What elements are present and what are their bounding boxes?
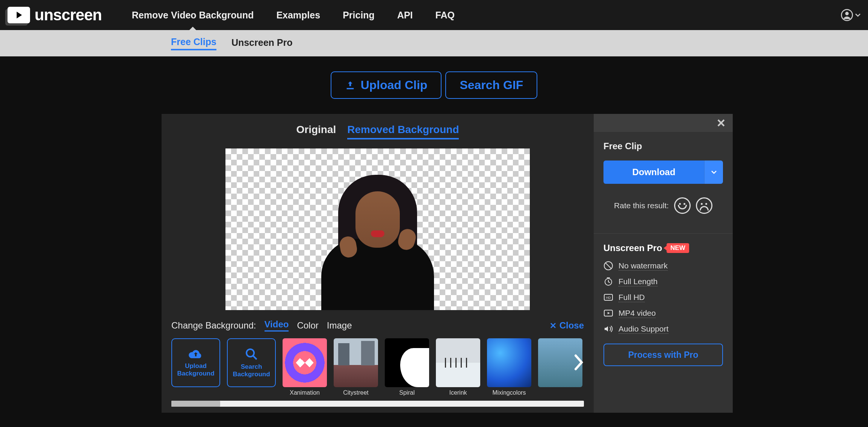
search-gif-button[interactable]: Search GIF <box>445 71 537 99</box>
logo-text: unscreen <box>35 6 102 24</box>
bg-tab-image[interactable]: Image <box>327 320 352 331</box>
nav-api[interactable]: API <box>397 10 413 21</box>
change-background-label: Change Background: <box>171 320 256 331</box>
caret-down-icon <box>855 13 860 17</box>
close-backgrounds[interactable]: Close <box>550 320 584 331</box>
primary-actions: Upload Clip Search GIF <box>0 56 868 114</box>
feature-label: Full HD <box>618 293 645 302</box>
bg-thumb-citystreet[interactable]: Citystreet <box>334 338 378 396</box>
search-gif-label: Search GIF <box>460 78 523 92</box>
thumbs-scrollbar[interactable] <box>171 401 584 407</box>
download-button[interactable]: Download <box>603 161 704 184</box>
person-cutout <box>314 167 442 310</box>
pro-section: Unscreen Pro NEW No watermark Full Lengt… <box>594 234 733 375</box>
feature-audio[interactable]: Audio Support <box>603 324 723 334</box>
logo-icon <box>8 7 30 23</box>
search-background-button[interactable]: Search Background <box>227 338 276 387</box>
subnav: Free Clips Unscreen Pro <box>0 30 868 56</box>
next-thumbs-button[interactable] <box>573 354 584 371</box>
thumb-image <box>487 338 531 387</box>
bg-thumb-xanimation[interactable]: Xanimation <box>283 338 327 396</box>
svg-point-1 <box>845 12 848 15</box>
thumb-label: Mixingcolors <box>493 389 526 396</box>
download-options-button[interactable] <box>704 161 723 184</box>
topbar: unscreen Remove Video Background Example… <box>0 0 868 30</box>
upload-clip-label: Upload Clip <box>361 78 428 92</box>
feature-full-length[interactable]: Full Length <box>603 277 723 286</box>
view-tabs: Original Removed Background <box>171 124 584 139</box>
search-bg-label: Search Background <box>228 363 275 379</box>
rate-sad-button[interactable] <box>696 197 712 214</box>
feature-mp4[interactable]: MP4 video <box>603 308 723 318</box>
thumb-label: Citystreet <box>343 389 369 396</box>
thumb-image <box>283 338 327 387</box>
scrollbar-thumb[interactable] <box>171 401 220 407</box>
bg-tab-color[interactable]: Color <box>297 320 318 331</box>
workspace: Original Removed Background Change Backg… <box>162 114 733 413</box>
bg-thumb-icerink[interactable]: Icerink <box>436 338 480 396</box>
feature-label: MP4 video <box>618 309 656 318</box>
main-panel: Original Removed Background Change Backg… <box>162 114 594 413</box>
nav-examples[interactable]: Examples <box>276 10 320 21</box>
upload-icon <box>345 80 355 91</box>
upload-background-button[interactable]: Upload Background <box>171 338 220 387</box>
upload-clip-button[interactable]: Upload Clip <box>331 71 442 99</box>
thumb-image <box>334 338 378 387</box>
subtab-unscreen-pro[interactable]: Unscreen Pro <box>231 37 293 50</box>
free-clip-title: Free Clip <box>603 141 723 151</box>
nav-faq[interactable]: FAQ <box>436 10 455 21</box>
audio-icon <box>603 324 613 334</box>
thumb-image <box>385 338 429 387</box>
process-with-pro-button[interactable]: Process with Pro <box>603 344 723 366</box>
feature-label: Full Length <box>618 277 658 286</box>
change-background-row: Change Background: Video Color Image Clo… <box>171 319 584 332</box>
svg-rect-2 <box>346 88 354 89</box>
nav-remove-video-background[interactable]: Remove Video Background <box>132 10 254 21</box>
rate-label: Rate this result: <box>614 201 669 210</box>
subtab-free-clips[interactable]: Free Clips <box>171 36 216 50</box>
rate-row: Rate this result: <box>603 197 723 214</box>
user-icon <box>841 9 853 21</box>
chevron-right-icon <box>573 354 584 371</box>
download-group: Download <box>603 161 723 184</box>
clock-icon <box>603 277 613 286</box>
tab-original[interactable]: Original <box>296 124 336 139</box>
pro-title: Unscreen Pro <box>603 243 662 253</box>
user-menu[interactable] <box>841 9 860 21</box>
thumb-image <box>436 338 480 387</box>
no-watermark-icon <box>603 261 613 271</box>
close-icon <box>717 119 725 127</box>
thumb-label: Spiral <box>399 389 415 396</box>
feature-label: Audio Support <box>618 324 668 334</box>
close-panel-button[interactable] <box>717 119 725 127</box>
pro-header: Unscreen Pro NEW <box>603 243 723 253</box>
side-header <box>594 114 733 132</box>
cloud-upload-icon <box>188 348 203 360</box>
video-icon <box>603 308 613 318</box>
svg-point-3 <box>246 349 254 357</box>
background-thumbnails: Upload Background Search Background Xani… <box>171 338 584 396</box>
nav-pricing[interactable]: Pricing <box>343 10 375 21</box>
tab-removed-background[interactable]: Removed Background <box>347 124 459 139</box>
close-label: Close <box>560 320 584 331</box>
feature-label: No watermark <box>618 261 668 271</box>
logo[interactable]: unscreen <box>8 6 102 24</box>
close-icon <box>550 322 556 329</box>
side-panel: Free Clip Download Rate this result: Uns… <box>594 114 733 413</box>
video-preview <box>225 148 530 310</box>
upload-bg-label: Upload Background <box>172 362 219 378</box>
feature-no-watermark[interactable]: No watermark <box>603 261 723 271</box>
free-clip-section: Free Clip Download Rate this result: <box>594 132 733 223</box>
thumb-label: Xanimation <box>290 389 320 396</box>
hd-icon: HD <box>603 292 613 302</box>
feature-full-hd[interactable]: HD Full HD <box>603 292 723 302</box>
svg-text:HD: HD <box>606 296 611 300</box>
bg-thumb-spiral[interactable]: Spiral <box>385 338 429 396</box>
thumb-label: Icerink <box>449 389 467 396</box>
rate-happy-button[interactable] <box>674 197 691 214</box>
bg-thumb-mixingcolors[interactable]: Mixingcolors <box>487 338 531 396</box>
bg-tab-video[interactable]: Video <box>265 319 289 332</box>
new-badge: NEW <box>667 243 689 253</box>
caret-down-icon <box>711 170 717 174</box>
search-icon <box>245 347 258 361</box>
